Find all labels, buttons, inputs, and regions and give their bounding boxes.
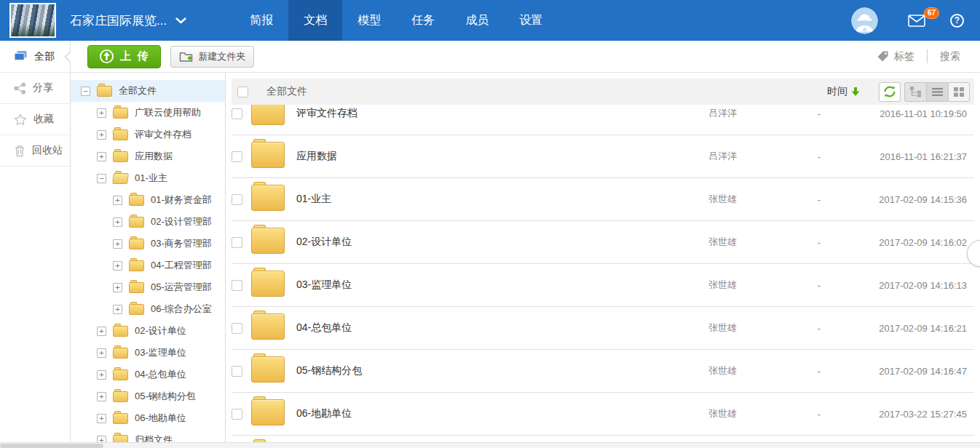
nav-item-tasks[interactable]: 任务 — [396, 0, 450, 41]
row-checkbox[interactable] — [232, 237, 242, 248]
sidebar-item-share[interactable]: 分享 — [0, 73, 70, 104]
tree-item[interactable]: + 广联云使用帮助 — [71, 102, 225, 124]
file-row[interactable]: 04-总包单位 张世雄 - 2017-02-09 14:16:21 — [232, 307, 974, 350]
scrollbar-thumb[interactable] — [0, 444, 103, 448]
tree-item[interactable]: + 03-商务管理部 — [71, 233, 225, 255]
tree-item[interactable]: + 06-综合办公室 — [71, 298, 225, 320]
row-checkbox[interactable] — [232, 151, 242, 162]
grid-view-icon — [954, 87, 964, 97]
tree-view-button[interactable] — [904, 82, 926, 102]
file-row[interactable]: 06-地勘单位 张世雄 - 2017-03-22 15:27:45 — [232, 393, 974, 436]
mail-button[interactable]: 67 — [908, 15, 925, 27]
row-checkbox[interactable] — [232, 323, 242, 334]
tree-item[interactable]: + 04-工程管理部 — [71, 255, 225, 276]
tree-item-label: 06-综合办公室 — [151, 303, 212, 316]
tree-item[interactable]: + 应用数据 — [71, 145, 225, 167]
file-time: 2017-02-09 14:16:47 — [830, 366, 974, 377]
row-checkbox[interactable] — [232, 366, 242, 377]
tree-item[interactable]: + 评审文件存档 — [71, 124, 225, 145]
search-button[interactable]: 搜索 — [940, 50, 960, 63]
expander-icon[interactable]: + — [113, 196, 122, 205]
avatar[interactable] — [851, 7, 878, 34]
view-toggle-group — [904, 82, 970, 102]
project-logo-image[interactable] — [9, 3, 56, 38]
row-checkbox[interactable] — [232, 409, 242, 420]
tree-item-label: 05-钢结构分包 — [135, 390, 196, 403]
trash-icon — [14, 145, 25, 157]
sidebar-item-all[interactable]: 全部 — [0, 41, 70, 73]
folder-tree: − 全部文件 + 广联云使用帮助 + 评审文件存档 + 应用数据 − 01-业主… — [71, 73, 226, 442]
expander-icon[interactable]: + — [113, 239, 122, 249]
nav-item-models[interactable]: 模型 — [342, 0, 396, 41]
expander-icon[interactable]: + — [113, 283, 122, 292]
tree-item[interactable]: + 归档文件 — [71, 429, 225, 442]
expander-icon[interactable]: + — [97, 414, 106, 423]
help-icon[interactable]: ? — [950, 14, 964, 28]
grid-view-button[interactable] — [948, 82, 970, 102]
file-name[interactable]: 01-业主 — [296, 193, 708, 206]
tags-button[interactable]: 标签 — [877, 50, 914, 63]
row-checkbox[interactable] — [232, 280, 242, 291]
file-row[interactable]: 应用数据 吕洋洋 - 2016-11-01 16:21:37 — [232, 135, 974, 178]
sidebar-item-favorites[interactable]: 收藏 — [0, 104, 70, 135]
app-window: 石家庄国际展览... 简报 文档 模型 任务 成员 设置 — [0, 0, 980, 448]
file-row[interactable]: 05-钢结构分包 张世雄 - 2017-02-09 14:16:47 — [232, 350, 974, 393]
file-name[interactable]: 02-设计单位 — [296, 236, 708, 249]
tree-item[interactable]: + 02-设计单位 — [71, 320, 225, 342]
nav-item-settings[interactable]: 设置 — [504, 0, 558, 41]
file-row[interactable]: 02-设计单位 张世雄 - 2017-02-09 14:16:02 — [232, 221, 974, 264]
file-row[interactable]: 03-监理单位 张世雄 - 2017-02-09 14:16:13 — [232, 264, 974, 307]
expander-icon[interactable]: − — [97, 174, 106, 183]
tree-item[interactable]: + 01-财务资金部 — [71, 189, 225, 211]
select-all-checkbox[interactable] — [237, 87, 248, 97]
file-owner: 吕洋洋 — [708, 107, 808, 120]
expander-icon[interactable]: + — [97, 370, 106, 380]
tree-item[interactable]: + 05-运营管理部 — [71, 276, 225, 298]
file-name[interactable]: 06-地勘单位 — [296, 407, 708, 420]
sidebar-item-recycle[interactable]: 回收站 — [0, 135, 70, 167]
file-row[interactable]: 01-业主 张世雄 - 2017-02-09 14:15:36 — [232, 178, 974, 221]
file-owner: 张世雄 — [708, 236, 808, 249]
project-switcher[interactable]: 石家庄国际展览... — [70, 12, 186, 29]
tree-item[interactable]: + 03-监理单位 — [71, 342, 225, 364]
nav-item-briefing[interactable]: 简报 — [234, 0, 288, 41]
file-row[interactable] — [232, 436, 974, 442]
sort-by-time[interactable]: 时间 — [827, 85, 860, 98]
expander-icon[interactable]: − — [81, 87, 90, 96]
new-folder-button[interactable]: 新建文件夹 — [170, 46, 254, 68]
expander-icon[interactable]: + — [113, 217, 122, 227]
folder-icon — [251, 399, 285, 425]
folder-icon — [129, 217, 144, 228]
row-checkbox[interactable] — [232, 108, 242, 119]
file-name[interactable]: 应用数据 — [296, 150, 708, 163]
expander-icon[interactable]: + — [97, 327, 106, 336]
file-name[interactable]: 04-总包单位 — [296, 321, 708, 335]
tree-item-label: 归档文件 — [135, 433, 173, 442]
tree-item[interactable]: + 02-设计管理部 — [71, 211, 225, 233]
expander-icon[interactable]: + — [97, 392, 106, 401]
expander-icon[interactable]: + — [97, 348, 106, 358]
tree-item[interactable]: − 01-业主 — [71, 167, 225, 189]
list-header-title: 全部文件 — [266, 85, 307, 98]
expander-icon[interactable]: + — [97, 152, 106, 161]
expander-icon[interactable]: + — [97, 130, 106, 140]
tree-item[interactable]: + 04-总包单位 — [71, 364, 225, 385]
expander-icon[interactable]: + — [113, 305, 122, 314]
tree-item[interactable]: − 全部文件 — [71, 80, 225, 102]
file-name[interactable]: 03-监理单位 — [296, 279, 708, 292]
tree-item[interactable]: + 06-地勘单位 — [71, 407, 225, 429]
file-name[interactable]: 评审文件存档 — [296, 107, 708, 120]
upload-button[interactable]: 上 传 — [87, 45, 161, 68]
tree-item[interactable]: + 05-钢结构分包 — [71, 385, 225, 407]
expander-icon[interactable]: + — [97, 436, 106, 443]
expander-icon[interactable]: + — [113, 261, 122, 271]
nav-item-documents[interactable]: 文档 — [288, 0, 342, 41]
list-view-button[interactable] — [926, 82, 948, 102]
nav-item-members[interactable]: 成员 — [450, 0, 504, 41]
refresh-button[interactable] — [879, 82, 901, 102]
file-list: 全部文件 时间 — [226, 73, 980, 442]
file-time: 2017-02-09 14:16:02 — [830, 237, 974, 248]
row-checkbox[interactable] — [232, 194, 242, 205]
file-name[interactable]: 05-钢结构分包 — [296, 364, 708, 377]
expander-icon[interactable]: + — [97, 108, 106, 118]
